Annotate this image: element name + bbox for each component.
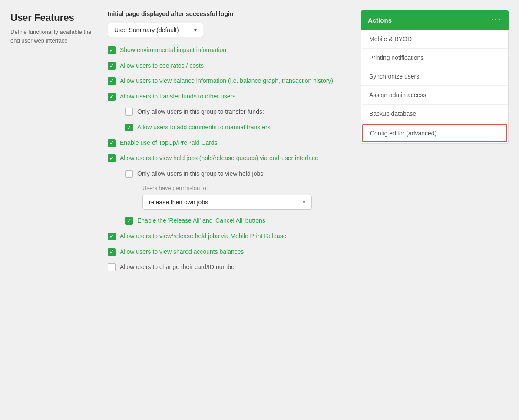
checkbox-transfer-funds-input[interactable] — [108, 93, 116, 101]
actions-menu-config-editor[interactable]: Config editor (advanced) — [362, 124, 507, 142]
checkbox-group-transfer-label: Only allow users in this group to transf… — [137, 108, 264, 116]
checkbox-env-impact-label: Show environmental impact information — [120, 46, 226, 55]
checkbox-shared-accounts: Allow users to view shared accounts bala… — [108, 248, 350, 256]
initial-page-label: Initial page displayed after successful … — [108, 10, 350, 17]
release-dropdown-container: release their own jobs ▾ — [142, 195, 350, 210]
actions-menu-synchronize-users[interactable]: Synchronize users — [361, 67, 508, 86]
actions-menu-assign-admin-access[interactable]: Assign admin access — [361, 86, 508, 105]
checkbox-shared-accounts-label: Allow users to view shared accounts bala… — [120, 248, 244, 256]
checkbox-topup-input[interactable] — [108, 139, 116, 147]
sidebar: User Features Define functionality avail… — [10, 10, 97, 279]
checkbox-rates-costs: Allow users to see rates / costs — [108, 62, 350, 70]
actions-menu-mobile-byod[interactable]: Mobile & BYOD — [361, 30, 508, 49]
checkbox-group-view-held-input[interactable] — [125, 170, 133, 178]
sidebar-description: Define functionality available the end u… — [10, 28, 97, 45]
actions-dots-menu[interactable]: ··· — [491, 16, 502, 25]
checkbox-topup: Enable use of TopUp/PrePaid Cards — [108, 139, 350, 148]
checkbox-rates-costs-input[interactable] — [108, 62, 116, 70]
checkbox-mobile-print-release-label: Allow users to view/release held jobs vi… — [120, 232, 287, 241]
actions-panel: Actions ··· Mobile & BYOD Printing notif… — [361, 10, 509, 144]
checkbox-view-held-jobs-label: Allow users to view held jobs (hold/rele… — [120, 154, 318, 163]
initial-page-dropdown-value: User Summary (default) — [114, 26, 179, 33]
checkbox-add-comments-label: Allow users to add comments to manual tr… — [137, 123, 271, 132]
checkbox-balance-info-input[interactable] — [108, 77, 116, 85]
checkbox-view-held-jobs: Allow users to view held jobs (hold/rele… — [108, 154, 350, 163]
actions-header-label: Actions — [368, 16, 392, 24]
page-title: User Features — [10, 12, 97, 23]
checkbox-release-cancel-all-input[interactable] — [125, 217, 133, 225]
checkbox-group-view-held-label: Only allow users in this group to view h… — [137, 170, 265, 178]
checkbox-balance-info-label: Allow users to view balance information … — [120, 77, 333, 85]
checkbox-release-cancel-all: Enable the 'Release All' and 'Cancel All… — [125, 217, 350, 225]
checkbox-balance-info: Allow users to view balance information … — [108, 77, 350, 85]
checkbox-card-id: Allow users to change their card/ID numb… — [108, 263, 350, 272]
checkbox-env-impact-input[interactable] — [108, 46, 116, 54]
checkbox-card-id-input[interactable] — [108, 263, 116, 271]
checkbox-env-impact: Show environmental impact information — [108, 46, 350, 55]
checkbox-transfer-funds: Allow users to transfer funds to other u… — [108, 92, 350, 101]
dropdown-chevron-icon: ▾ — [194, 27, 197, 33]
initial-page-dropdown[interactable]: User Summary (default) ▾ — [108, 23, 203, 37]
checkbox-transfer-funds-label: Allow users to transfer funds to other u… — [120, 92, 235, 101]
checkbox-group-transfer: Only allow users in this group to transf… — [125, 108, 350, 116]
checkbox-group-view-held: Only allow users in this group to view h… — [125, 170, 350, 178]
release-dropdown-chevron-icon: ▾ — [303, 199, 305, 205]
checkbox-add-comments: Allow users to add comments to manual tr… — [125, 123, 350, 132]
actions-header: Actions ··· — [361, 10, 509, 30]
checkbox-add-comments-input[interactable] — [125, 124, 133, 131]
checkbox-group-transfer-input[interactable] — [125, 108, 133, 116]
initial-page-dropdown-container: User Summary (default) ▾ — [108, 23, 350, 37]
release-dropdown-value: release their own jobs — [149, 199, 208, 206]
checkbox-rates-costs-label: Allow users to see rates / costs — [120, 62, 204, 70]
checkbox-view-held-jobs-input[interactable] — [108, 154, 116, 162]
actions-menu-printing-notifications[interactable]: Printing notifications — [361, 49, 508, 67]
actions-menu-backup-database[interactable]: Backup database — [361, 105, 508, 123]
checkbox-shared-accounts-input[interactable] — [108, 248, 116, 256]
checkbox-release-cancel-all-label: Enable the 'Release All' and 'Cancel All… — [137, 217, 265, 225]
checkbox-mobile-print-release-input[interactable] — [108, 233, 116, 240]
release-dropdown[interactable]: release their own jobs ▾ — [142, 195, 312, 210]
permission-label: Users have permission to: — [142, 185, 350, 191]
checkbox-mobile-print-release: Allow users to view/release held jobs vi… — [108, 232, 350, 241]
checkbox-card-id-label: Allow users to change their card/ID numb… — [120, 263, 236, 272]
actions-menu: Mobile & BYOD Printing notifications Syn… — [361, 30, 509, 144]
checkbox-topup-label: Enable use of TopUp/PrePaid Cards — [120, 139, 218, 148]
main-content: Initial page displayed after successful … — [108, 10, 350, 279]
